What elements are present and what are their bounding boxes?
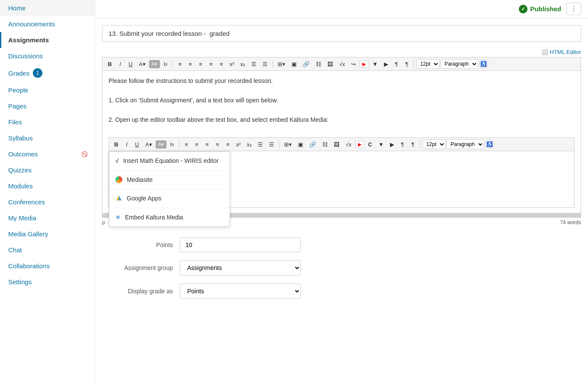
highlight-button[interactable]: A▾ xyxy=(149,60,160,68)
inner-youtube-button[interactable]: ▶ xyxy=(355,141,364,148)
accessibility-button[interactable]: ♿ xyxy=(479,59,489,69)
subscript-button[interactable]: x₂ xyxy=(238,60,248,69)
inner-font-size-select[interactable]: 12pt xyxy=(422,140,446,149)
inner-video-button[interactable]: ▶ xyxy=(387,140,397,149)
align-center-button[interactable]: ≡ xyxy=(185,60,195,69)
font-color-button[interactable]: A▾ xyxy=(136,60,148,69)
inner-image-button[interactable]: 🖼 xyxy=(331,140,342,149)
inner-media-button[interactable]: ▣ xyxy=(295,140,306,149)
font-size-select[interactable]: 12pt xyxy=(416,59,440,69)
sidebar-item-chat[interactable]: Chat xyxy=(0,242,95,258)
inner-accessibility-button[interactable]: ♿ xyxy=(485,140,495,149)
table-button[interactable]: ⊞▾ xyxy=(275,60,288,69)
sidebar-item-syllabus[interactable]: Syllabus xyxy=(0,130,95,146)
unordered-list-button[interactable]: ☰ xyxy=(249,60,259,69)
sidebar-item-label-files: Files xyxy=(8,118,22,126)
toolbar-sep-1 xyxy=(173,60,173,68)
dropdown-item-wiris[interactable]: √ Insert Math Equation - WIRIS editor xyxy=(109,152,230,170)
sidebar-item-label-my-media: My Media xyxy=(8,214,36,222)
inner-underline-button[interactable]: U xyxy=(132,140,142,149)
sidebar-item-people[interactable]: People xyxy=(0,82,95,98)
align-right-button[interactable]: ≡ xyxy=(196,60,205,69)
video-button[interactable]: ▶ xyxy=(381,60,391,69)
align-left-button[interactable]: ≡ xyxy=(175,60,185,69)
inner-dropdown-arrow-button[interactable]: ▼ xyxy=(376,140,387,149)
sidebar-item-discussions[interactable]: Discussions xyxy=(0,48,95,64)
dropdown-arrow-button[interactable]: ▼ xyxy=(370,60,380,69)
assignment-group-label: Assignment group xyxy=(102,264,180,271)
inner-rtl-button[interactable]: ¶ xyxy=(408,140,418,149)
bold-button[interactable]: B xyxy=(105,60,115,69)
indent-button[interactable]: ≡ xyxy=(217,60,226,69)
justify-button[interactable]: ≡ xyxy=(206,60,216,69)
sidebar-item-files[interactable]: Files xyxy=(0,114,95,130)
sidebar-item-announcements[interactable]: Announcements xyxy=(0,16,95,32)
link-button[interactable]: 🔗 xyxy=(300,60,312,69)
unlink-button[interactable]: ⛓ xyxy=(313,60,324,69)
more-options-button[interactable]: ⋮ xyxy=(566,3,581,15)
paragraph-select[interactable]: Paragraph xyxy=(441,59,478,69)
underline-button[interactable]: U xyxy=(126,60,135,69)
sidebar-item-modules[interactable]: Modules xyxy=(0,178,95,194)
italic-button[interactable]: I xyxy=(115,60,125,69)
sidebar-item-assignments[interactable]: Assignments xyxy=(0,32,95,48)
html-editor-link[interactable]: ⬜ HTML Editor xyxy=(541,49,581,55)
inner-justify-button[interactable]: ≡ xyxy=(213,140,222,149)
inner-bold-button[interactable]: B xyxy=(112,140,121,149)
sidebar-item-settings[interactable]: Settings xyxy=(0,274,95,290)
inner-ordered-list-button[interactable]: ☰ xyxy=(266,140,277,149)
assignment-title-input[interactable] xyxy=(102,25,581,42)
inner-c-button[interactable]: C xyxy=(365,140,375,149)
assignment-group-select[interactable]: Assignments xyxy=(180,260,301,276)
inner-italic-button[interactable]: I xyxy=(122,140,131,149)
inner-indent-button[interactable]: ≡ xyxy=(223,140,233,149)
editor-line-2: 1. Click on 'Submit Assignment', and a t… xyxy=(109,95,575,105)
sidebar-item-outcomes[interactable]: Outcomes🚫 xyxy=(0,146,95,162)
superscript-button[interactable]: x² xyxy=(227,60,237,69)
points-input[interactable] xyxy=(180,238,301,252)
clear-format-button[interactable]: Ix xyxy=(161,60,170,69)
editor-top-bar: ⬜ HTML Editor xyxy=(102,45,581,57)
sidebar-item-conferences[interactable]: Conferences xyxy=(0,194,95,210)
dropdown-item-google-apps[interactable]: Google Apps xyxy=(109,189,230,208)
inner-paragraph-select[interactable]: Paragraph xyxy=(447,140,484,149)
ltr-button[interactable]: ¶ xyxy=(392,60,401,69)
assignment-group-row: Assignment group Assignments xyxy=(102,260,581,276)
sidebar-item-pages[interactable]: Pages xyxy=(0,98,95,114)
editor-body[interactable]: Please follow the instructions to submit… xyxy=(102,70,581,213)
inner-align-left-button[interactable]: ≡ xyxy=(182,140,191,149)
dropdown-item-mediasite[interactable]: Mediasite xyxy=(109,171,230,189)
inner-align-center-button[interactable]: ≡ xyxy=(192,140,201,149)
sidebar-item-quizzes[interactable]: Quizzes xyxy=(0,162,95,178)
dropdown-item-kaltura[interactable]: ✳ Embed Kaltura Media xyxy=(109,208,230,226)
display-grade-label: Display grade as xyxy=(102,288,180,295)
main-content: ✓ Published ⋮ ⬜ HTML Editor B I U A▾ A▾ … xyxy=(95,0,588,381)
inner-align-right-button[interactable]: ≡ xyxy=(202,140,212,149)
inner-link-button[interactable]: 🔗 xyxy=(307,140,319,149)
youtube-button[interactable]: ▶ xyxy=(359,60,369,68)
ordered-list-button[interactable]: ☰ xyxy=(260,60,270,69)
inner-unordered-list-button[interactable]: ☰ xyxy=(255,140,265,149)
math-button[interactable]: √x xyxy=(336,60,348,69)
inner-font-color-button[interactable]: A▾ xyxy=(143,140,155,149)
display-grade-select[interactable]: Points xyxy=(180,283,301,299)
sidebar-item-collaborations[interactable]: Collaborations xyxy=(0,258,95,274)
redirect-button[interactable]: ↪ xyxy=(348,60,358,69)
inner-unlink-button[interactable]: ⛓ xyxy=(320,140,330,149)
inner-sep-1 xyxy=(179,140,179,148)
inner-table-button[interactable]: ⊞▾ xyxy=(281,140,294,149)
sidebar-item-my-media[interactable]: My Media xyxy=(0,210,95,226)
inner-ltr-button[interactable]: ¶ xyxy=(398,140,407,149)
image-button[interactable]: 🖼 xyxy=(325,60,336,69)
inner-editor-area[interactable]: √ Insert Math Equation - WIRIS editor Me… xyxy=(109,151,574,207)
inner-highlight-button[interactable]: A▾ xyxy=(156,140,166,149)
rtl-button[interactable]: ¶ xyxy=(402,60,412,69)
inner-superscript-button[interactable]: x² xyxy=(233,140,243,149)
sidebar-item-grades[interactable]: Grades1 xyxy=(0,64,95,82)
inner-math-button[interactable]: √x xyxy=(343,140,354,149)
inner-clear-format-button[interactable]: Ix xyxy=(167,140,177,149)
sidebar-item-home[interactable]: Home xyxy=(0,0,95,16)
media-button[interactable]: ▣ xyxy=(289,60,299,69)
inner-subscript-button[interactable]: x₂ xyxy=(244,140,255,149)
sidebar-item-media-gallery[interactable]: Media Gallery xyxy=(0,226,95,242)
